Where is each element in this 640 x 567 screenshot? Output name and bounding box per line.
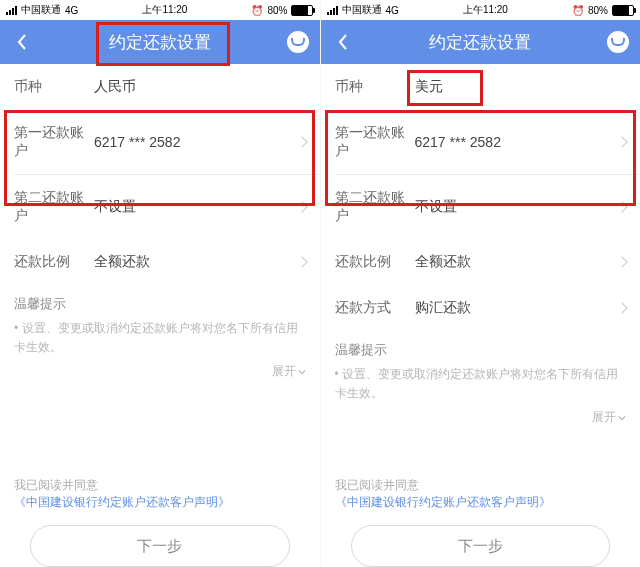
page-title: 约定还款设置	[44, 31, 276, 54]
row-ratio[interactable]: 还款比例 全额还款	[0, 239, 320, 285]
currency-label: 币种	[14, 78, 94, 96]
page-title: 约定还款设置	[365, 31, 597, 54]
alarm-icon: ⏰	[251, 5, 263, 16]
clock: 上午11:20	[463, 3, 508, 17]
carrier: 中国联通	[342, 3, 382, 17]
alarm-icon: ⏰	[572, 5, 584, 16]
row-account-2[interactable]: 第二还款账户 不设置	[0, 175, 320, 239]
account2-value: 不设置	[94, 198, 136, 216]
row-account-2[interactable]: 第二还款账户 不设置	[321, 175, 641, 239]
agree-link[interactable]: 《中国建设银行约定账户还款客户声明》	[335, 495, 551, 509]
tips-title: 温馨提示	[14, 295, 306, 313]
chevron-down-icon	[298, 368, 306, 376]
service-button[interactable]	[276, 31, 320, 53]
account1-label: 第一还款账户	[335, 124, 415, 160]
network: 4G	[386, 5, 399, 16]
row-ratio[interactable]: 还款比例 全额还款	[321, 239, 641, 285]
agree-text: 我已阅读并同意	[14, 478, 98, 492]
account1-value: 6217 *** 2582	[415, 134, 501, 150]
tips: 温馨提示 • 设置、变更或取消约定还款账户将对您名下所有信用卡生效。	[0, 285, 320, 361]
clock: 上午11:20	[142, 3, 187, 17]
ratio-label: 还款比例	[14, 253, 94, 271]
account1-label: 第一还款账户	[14, 124, 94, 160]
navbar: 约定还款设置	[321, 20, 641, 64]
carrier: 中国联通	[21, 3, 61, 17]
signal-icon	[327, 6, 338, 15]
status-bar: 中国联通 4G 上午11:20 ⏰ 80%	[321, 0, 641, 20]
battery-icon	[612, 5, 634, 16]
tips-line: • 设置、变更或取消约定还款账户将对您名下所有信用卡生效。	[335, 365, 627, 403]
battery-pct: 80%	[267, 5, 287, 16]
service-button[interactable]	[596, 31, 640, 53]
tips-line: • 设置、变更或取消约定还款账户将对您名下所有信用卡生效。	[14, 319, 306, 357]
method-label: 还款方式	[335, 299, 415, 317]
currency-label: 币种	[335, 78, 415, 96]
phone-right: 中国联通 4G 上午11:20 ⏰ 80% 约定还款设置 币种 美元 第一还款账…	[320, 0, 641, 567]
service-icon	[287, 31, 309, 53]
account2-label: 第二还款账户	[335, 189, 415, 225]
agreement: 我已阅读并同意 《中国建设银行约定账户还款客户声明》	[321, 477, 641, 511]
status-bar: 中国联通 4G 上午11:20 ⏰ 80%	[0, 0, 320, 20]
tips-expand[interactable]: 展开	[321, 407, 641, 434]
agree-link[interactable]: 《中国建设银行约定账户还款客户声明》	[14, 495, 230, 509]
row-currency: 币种 美元	[321, 64, 641, 110]
row-method[interactable]: 还款方式 购汇还款	[321, 285, 641, 331]
ratio-value: 全额还款	[415, 253, 471, 271]
currency-value: 人民币	[94, 78, 136, 96]
signal-icon	[6, 6, 17, 15]
next-button[interactable]: 下一步	[30, 525, 290, 567]
row-account-1[interactable]: 第一还款账户 6217 *** 2582	[321, 110, 641, 174]
ratio-value: 全额还款	[94, 253, 150, 271]
tips-expand[interactable]: 展开	[0, 361, 320, 388]
account1-value: 6217 *** 2582	[94, 134, 180, 150]
next-button[interactable]: 下一步	[351, 525, 611, 567]
battery-icon	[291, 5, 313, 16]
navbar: 约定还款设置	[0, 20, 320, 64]
tips: 温馨提示 • 设置、变更或取消约定还款账户将对您名下所有信用卡生效。	[321, 331, 641, 407]
chevron-down-icon	[618, 414, 626, 422]
phone-left: 中国联通 4G 上午11:20 ⏰ 80% 约定还款设置 币种 人民币 第一还款…	[0, 0, 320, 567]
account2-label: 第二还款账户	[14, 189, 94, 225]
battery-pct: 80%	[588, 5, 608, 16]
row-currency: 币种 人民币	[0, 64, 320, 110]
account2-value: 不设置	[415, 198, 457, 216]
agreement: 我已阅读并同意 《中国建设银行约定账户还款客户声明》	[0, 477, 320, 511]
back-button[interactable]	[0, 33, 44, 51]
ratio-label: 还款比例	[335, 253, 415, 271]
currency-value: 美元	[415, 78, 443, 96]
row-account-1[interactable]: 第一还款账户 6217 *** 2582	[0, 110, 320, 174]
back-button[interactable]	[321, 33, 365, 51]
agree-text: 我已阅读并同意	[335, 478, 419, 492]
service-icon	[607, 31, 629, 53]
network: 4G	[65, 5, 78, 16]
method-value: 购汇还款	[415, 299, 471, 317]
tips-title: 温馨提示	[335, 341, 627, 359]
